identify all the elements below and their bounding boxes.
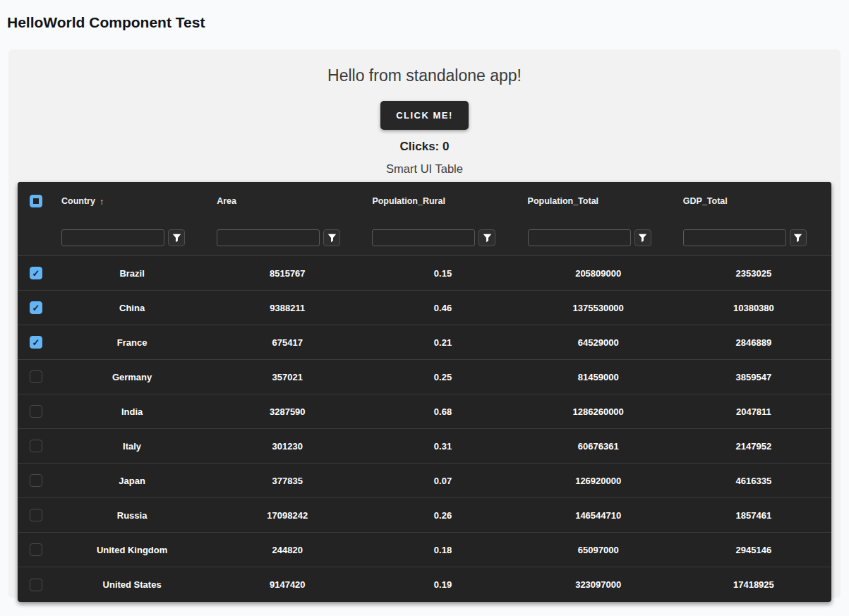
filter-button-population_total[interactable]: [634, 229, 651, 246]
clicks-label: Clicks:: [400, 140, 440, 153]
row-checkbox-cell: [18, 509, 54, 521]
table-cell: 60676361: [521, 441, 676, 452]
sort-ascending-icon: ↑: [100, 196, 104, 207]
table-cell: 0.15: [365, 268, 520, 279]
table-cell: 2945146: [676, 545, 831, 555]
table-row: United Kingdom2448200.18650970002945146: [18, 533, 831, 567]
row-checkbox[interactable]: ✓: [30, 336, 42, 349]
funnel-icon: [638, 234, 647, 243]
table-cell: 301230: [210, 441, 365, 452]
row-checkbox[interactable]: [30, 509, 42, 521]
column-header-label: Area: [217, 196, 236, 206]
table-row: United States91474200.193230970001741892…: [18, 567, 831, 602]
column-header-population_rural[interactable]: Population_Rural: [365, 196, 520, 206]
filter-button-country[interactable]: [168, 229, 185, 246]
table-row: ✓France6754170.21645290002846889: [18, 325, 831, 360]
row-checkbox-cell: [18, 370, 54, 383]
table-cell: 2047811: [676, 406, 831, 417]
filter-input-gdp_total[interactable]: [683, 229, 786, 246]
row-checkbox-cell: [18, 579, 54, 591]
filter-cell-area: [210, 229, 365, 246]
filter-input-population_total[interactable]: [528, 229, 631, 246]
table-cell: 675417: [210, 337, 365, 348]
row-checkbox[interactable]: [30, 543, 42, 556]
row-checkbox[interactable]: [30, 370, 42, 383]
column-header-gdp_total[interactable]: GDP_Total: [676, 196, 831, 206]
table-cell: 377835: [210, 476, 365, 486]
table-cell: 9147420: [210, 579, 365, 590]
table-cell: 65097000: [521, 545, 676, 555]
table-cell: 0.46: [365, 303, 520, 313]
row-checkbox-cell: ✓: [18, 336, 54, 349]
row-checkbox[interactable]: [30, 579, 42, 591]
funnel-icon: [483, 234, 492, 243]
table-cell: 205809000: [521, 268, 676, 279]
hello-heading: Hello from standalone app!: [18, 66, 831, 85]
funnel-icon: [172, 234, 181, 243]
clicks-counter: Clicks: 0: [18, 140, 831, 154]
row-checkbox[interactable]: ✓: [30, 267, 42, 279]
row-checkbox-cell: [18, 405, 54, 418]
table-cell: China: [54, 303, 210, 313]
filter-button-population_rural[interactable]: [478, 229, 495, 246]
filter-button-gdp_total[interactable]: [790, 229, 807, 246]
table-cell: Germany: [54, 372, 210, 382]
table-cell: 17418925: [676, 579, 831, 590]
row-checkbox[interactable]: [30, 440, 42, 452]
filter-input-area[interactable]: [217, 229, 320, 246]
table-row: India32875900.6812862600002047811: [18, 394, 831, 429]
column-header-country[interactable]: Country↑: [54, 196, 210, 207]
table-cell: 126920000: [521, 476, 676, 486]
table-cell: Japan: [54, 476, 210, 486]
table-cell: 0.07: [365, 476, 520, 486]
table-row: Russia170982420.261465447101857461: [18, 498, 831, 533]
column-header-label: Country: [61, 196, 95, 206]
row-checkbox-cell: [18, 543, 54, 556]
row-checkbox-cell: ✓: [18, 267, 54, 279]
table-cell: United Kingdom: [54, 545, 210, 555]
table-cell: 3287590: [210, 406, 365, 417]
table-title: Smart UI Table: [18, 162, 831, 176]
table-cell: 2353025: [676, 268, 831, 279]
filter-cell-country: [54, 229, 210, 246]
table-cell: 2846889: [676, 337, 831, 348]
column-header-area[interactable]: Area: [210, 196, 365, 206]
table-header-row: Country↑AreaPopulation_RuralPopulation_T…: [18, 182, 831, 220]
table-cell: Italy: [54, 441, 210, 452]
funnel-icon: [793, 234, 802, 243]
table-cell: 0.19: [365, 579, 520, 590]
table-cell: 323097000: [521, 579, 676, 590]
row-checkbox[interactable]: [30, 474, 42, 487]
select-all-cell: [18, 195, 54, 207]
funnel-icon: [327, 234, 337, 243]
table-cell: France: [54, 337, 210, 348]
app-panel: Hello from standalone app! CLICK ME! Cli…: [8, 49, 841, 598]
smart-ui-table: Country↑AreaPopulation_RuralPopulation_T…: [18, 182, 831, 602]
table-cell: 0.68: [365, 406, 520, 417]
table-cell: 8515767: [210, 268, 365, 279]
row-checkbox[interactable]: ✓: [30, 301, 42, 314]
table-cell: 17098242: [210, 510, 365, 521]
filter-cell-gdp_total: [676, 229, 831, 246]
click-me-button[interactable]: CLICK ME!: [380, 101, 469, 130]
table-cell: 357021: [210, 372, 365, 382]
column-header-label: GDP_Total: [683, 196, 728, 206]
table-cell: 3859547: [676, 372, 831, 382]
table-cell: 146544710: [521, 510, 676, 521]
filter-input-population_rural[interactable]: [372, 229, 475, 246]
table-cell: 64529000: [521, 337, 676, 348]
table-cell: 4616335: [676, 476, 831, 486]
filter-cell-population_rural: [365, 229, 520, 246]
filter-button-area[interactable]: [323, 229, 340, 246]
table-body: ✓Brazil85157670.152058090002353025✓China…: [18, 256, 831, 602]
filter-input-country[interactable]: [61, 229, 164, 246]
select-all-checkbox[interactable]: [30, 195, 42, 207]
table-row: ✓Brazil85157670.152058090002353025: [18, 256, 831, 291]
table-cell: 0.26: [365, 510, 520, 521]
table-cell: 244820: [210, 545, 365, 555]
row-checkbox[interactable]: [30, 405, 42, 418]
row-checkbox-cell: [18, 474, 54, 487]
table-cell: 1375530000: [521, 303, 676, 313]
table-cell: 0.25: [365, 372, 520, 382]
column-header-population_total[interactable]: Population_Total: [521, 196, 676, 206]
